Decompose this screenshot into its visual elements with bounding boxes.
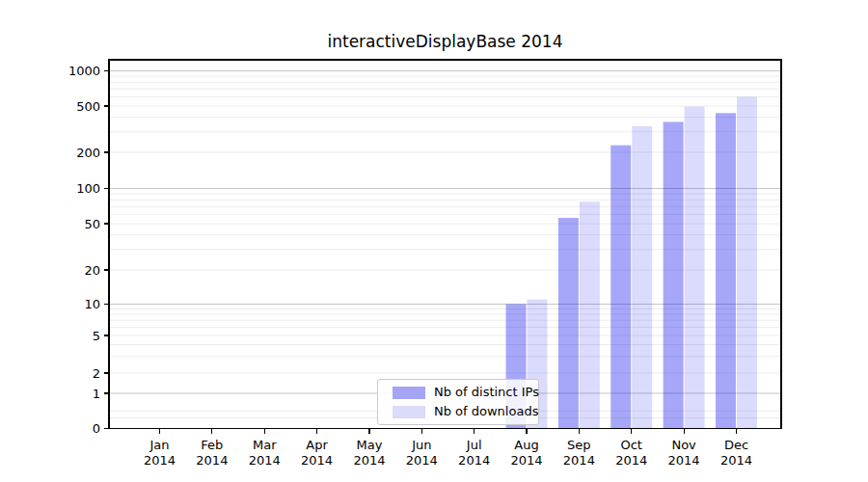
bar-distinct-ips-nov-2014 <box>664 121 684 428</box>
x-axis-tick-label: Feb2014 <box>196 438 228 468</box>
y-axis-tick-label: 5 <box>93 329 100 343</box>
bar-downloads-nov-2014 <box>685 107 705 429</box>
bar-downloads-sep-2014 <box>580 201 600 428</box>
y-axis-tick-label: 20 <box>84 263 100 278</box>
y-axis-tick-label: 200 <box>76 146 100 160</box>
legend-swatch-distinct-ips <box>393 387 425 399</box>
x-axis-tick-label: Dec2014 <box>720 438 752 468</box>
legend-swatch-downloads <box>393 406 425 418</box>
x-axis-tick-label: May2014 <box>353 438 385 468</box>
x-axis-tick-label: Aug2014 <box>510 438 542 468</box>
y-axis-tick-label: 1000 <box>68 64 100 78</box>
x-axis-tick-label: Mar2014 <box>249 438 281 468</box>
legend-label-downloads: Nb of downloads <box>434 405 538 418</box>
chart-title: interactiveDisplayBase 2014 <box>109 32 781 51</box>
y-axis-tick-label: 50 <box>84 217 100 231</box>
y-axis-tick-label: 0 <box>93 421 100 436</box>
x-axis-tick-label: Jan2014 <box>144 438 176 468</box>
x-axis-tick-label: Apr2014 <box>301 438 333 468</box>
bar-distinct-ips-dec-2014 <box>716 113 736 428</box>
x-axis-tick-label: Jul2014 <box>458 438 490 468</box>
y-axis-tick-label: 10 <box>84 297 100 311</box>
bar-downloads-dec-2014 <box>737 96 757 428</box>
x-axis-tick-label: Sep2014 <box>563 438 595 468</box>
x-axis-tick-label: Nov2014 <box>668 438 700 468</box>
bar-distinct-ips-oct-2014 <box>610 146 631 429</box>
x-axis-tick-label: Jun2014 <box>406 438 438 468</box>
legend: Nb of distinct IPs Nb of downloads <box>377 379 539 425</box>
bar-distinct-ips-sep-2014 <box>558 218 579 428</box>
legend-item-distinct-ips: Nb of distinct IPs <box>393 386 530 399</box>
bar-downloads-oct-2014 <box>632 126 652 429</box>
y-axis-tick-label: 1 <box>93 387 100 401</box>
figure: interactiveDisplayBase 2014 012510205010… <box>0 0 868 482</box>
legend-label-distinct-ips: Nb of distinct IPs <box>434 386 539 399</box>
y-axis-tick-label: 500 <box>76 99 100 114</box>
y-axis-tick-label: 2 <box>93 366 100 381</box>
x-axis-tick-label: Oct2014 <box>615 438 647 468</box>
legend-item-downloads: Nb of downloads <box>393 405 530 418</box>
y-axis-tick-label: 100 <box>76 181 100 196</box>
